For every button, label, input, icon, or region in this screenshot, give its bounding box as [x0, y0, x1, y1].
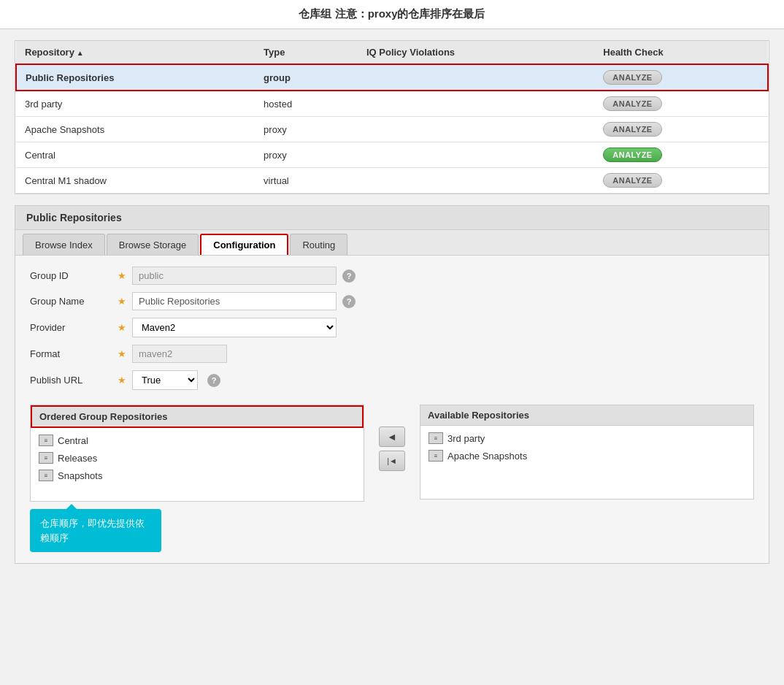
- page-title: 仓库组 注意：proxy的仓库排序在最后: [299, 7, 485, 20]
- group-name-row: Group Name ★ ?: [30, 292, 754, 310]
- group-repos-section: Ordered Group Repositories ≡Central≡Rele…: [30, 397, 754, 552]
- analyze-button[interactable]: ANALYZE: [603, 96, 661, 111]
- repo-icon: ≡: [428, 432, 443, 444]
- analyze-button[interactable]: ANALYZE: [603, 148, 661, 162]
- available-repos-title: Available Repositories: [420, 405, 753, 426]
- main-content: Repository Type IQ Policy Violations Hea…: [0, 29, 784, 575]
- cell-type: hosted: [255, 91, 358, 117]
- col-iq-policy: IQ Policy Violations: [358, 41, 594, 64]
- table-header: Repository Type IQ Policy Violations Hea…: [16, 41, 768, 64]
- provider-select[interactable]: Maven2: [132, 318, 337, 337]
- cell-repository: Public Repositories: [16, 64, 255, 91]
- available-repos-list: ≡3rd party≡Apache Snapshots: [420, 426, 753, 499]
- publish-url-row: Publish URL ★ True False ?: [30, 370, 754, 390]
- publish-url-controls: True False ?: [132, 370, 220, 390]
- tabs-bar: Browse IndexBrowse StorageConfigurationR…: [15, 230, 769, 256]
- group-id-row: Group ID ★ ?: [30, 267, 754, 285]
- list-item[interactable]: ≡3rd party: [424, 429, 750, 447]
- repo-icon: ≡: [428, 450, 443, 462]
- ordered-repos-box: Ordered Group Repositories ≡Central≡Rele…: [30, 405, 364, 502]
- col-type: Type: [255, 41, 358, 64]
- tab-configuration[interactable]: Configuration: [200, 234, 288, 255]
- list-item[interactable]: ≡Snapshots: [34, 467, 360, 484]
- table-row[interactable]: 3rd partyhostedANALYZE: [16, 91, 768, 117]
- cell-repository: Central: [16, 142, 255, 168]
- required-star-2: ★: [118, 296, 126, 307]
- move-left-button[interactable]: ◄: [379, 426, 405, 447]
- format-row: Format ★: [30, 345, 754, 363]
- format-label: Format: [30, 348, 118, 359]
- tab-browse-index[interactable]: Browse Index: [23, 234, 105, 255]
- cell-iq-policy: [358, 64, 594, 91]
- repo-icon: ≡: [39, 452, 53, 464]
- col-repository[interactable]: Repository: [16, 41, 255, 64]
- cell-type: proxy: [255, 117, 358, 142]
- provider-label: Provider: [30, 322, 118, 333]
- provider-row: Provider ★ Maven2: [30, 318, 754, 337]
- analyze-button[interactable]: ANALYZE: [603, 70, 661, 85]
- config-form: Group ID ★ ? Group Name ★ ? Provider ★ M…: [15, 256, 769, 563]
- ordered-repos-list: ≡Central≡Releases≡Snapshots: [31, 428, 364, 501]
- publish-url-select[interactable]: True False: [132, 370, 198, 390]
- detail-panel-header: Public Repositories: [15, 206, 769, 230]
- list-item[interactable]: ≡Apache Snapshots: [424, 447, 750, 464]
- tab-browse-storage[interactable]: Browse Storage: [107, 234, 199, 255]
- cell-type: virtual: [255, 168, 358, 194]
- analyze-button[interactable]: ANALYZE: [603, 122, 661, 137]
- required-star-5: ★: [118, 375, 126, 386]
- callout-box: 仓库顺序，即优先提供依赖顺序: [30, 509, 161, 552]
- list-item[interactable]: ≡Central: [34, 432, 360, 449]
- cell-iq-policy: [358, 168, 594, 194]
- repo-icon: ≡: [39, 435, 53, 446]
- cell-iq-policy: [358, 117, 594, 142]
- table-row[interactable]: Central M1 shadowvirtualANALYZE: [16, 168, 768, 194]
- required-star-4: ★: [118, 348, 126, 359]
- cell-iq-policy: [358, 91, 594, 117]
- move-all-left-button[interactable]: |◄: [379, 451, 405, 471]
- cell-health-check: ANALYZE: [594, 64, 768, 91]
- cell-health-check: ANALYZE: [594, 91, 768, 117]
- group-repos-container: Ordered Group Repositories ≡Central≡Rele…: [30, 405, 754, 552]
- ordered-repos-title: Ordered Group Repositories: [31, 405, 364, 428]
- format-input: [132, 345, 227, 363]
- group-id-help-icon[interactable]: ?: [342, 269, 356, 283]
- cell-iq-policy: [358, 142, 594, 168]
- cell-health-check: ANALYZE: [594, 142, 768, 168]
- cell-type: group: [255, 64, 358, 91]
- table-body: Public RepositoriesgroupANALYZE3rd party…: [16, 64, 768, 194]
- cell-health-check: ANALYZE: [594, 168, 768, 194]
- cell-repository: 3rd party: [16, 91, 255, 117]
- group-name-label: Group Name: [30, 296, 118, 307]
- required-star-1: ★: [118, 270, 126, 281]
- cell-health-check: ANALYZE: [594, 117, 768, 142]
- group-name-input[interactable]: [132, 292, 337, 310]
- repository-table-wrapper: Repository Type IQ Policy Violations Hea…: [15, 40, 769, 194]
- repo-icon: ≡: [39, 470, 53, 481]
- group-id-input[interactable]: [132, 267, 337, 285]
- cell-repository: Apache Snapshots: [16, 117, 255, 142]
- available-repos-panel: Available Repositories ≡3rd party≡Apache…: [420, 405, 754, 500]
- cell-repository: Central M1 shadow: [16, 168, 255, 194]
- transfer-buttons: ◄ |◄: [379, 405, 405, 471]
- repository-table: Repository Type IQ Policy Violations Hea…: [15, 41, 769, 194]
- required-star-3: ★: [118, 322, 126, 333]
- col-health-check: Health Check: [594, 41, 768, 64]
- callout-text: 仓库顺序，即优先提供依赖顺序: [40, 518, 145, 543]
- page-header: 仓库组 注意：proxy的仓库排序在最后: [0, 0, 784, 29]
- analyze-button[interactable]: ANALYZE: [603, 173, 661, 188]
- list-item[interactable]: ≡Releases: [34, 449, 360, 467]
- ordered-repos-panel: Ordered Group Repositories ≡Central≡Rele…: [30, 405, 364, 552]
- group-name-help-icon[interactable]: ?: [342, 295, 356, 308]
- table-row[interactable]: Public RepositoriesgroupANALYZE: [16, 64, 768, 91]
- tab-routing[interactable]: Routing: [290, 234, 347, 255]
- publish-url-label: Publish URL: [30, 375, 118, 386]
- page-wrapper: 仓库组 注意：proxy的仓库排序在最后 Repository Type IQ …: [0, 0, 784, 685]
- table-row[interactable]: CentralproxyANALYZE: [16, 142, 768, 168]
- available-repos-box: Available Repositories ≡3rd party≡Apache…: [420, 405, 754, 500]
- detail-panel: Public Repositories Browse IndexBrowse S…: [15, 205, 769, 564]
- cell-type: proxy: [255, 142, 358, 168]
- group-id-label: Group ID: [30, 270, 118, 281]
- table-row[interactable]: Apache SnapshotsproxyANALYZE: [16, 117, 768, 142]
- publish-url-help-icon[interactable]: ?: [207, 374, 220, 387]
